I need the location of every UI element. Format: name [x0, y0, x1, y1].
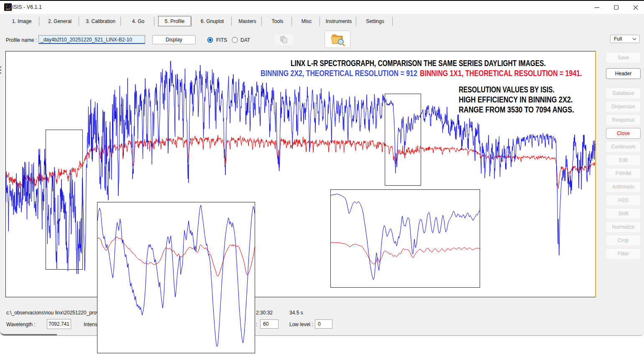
svg-text:ISIS: ISIS — [5, 8, 10, 10]
